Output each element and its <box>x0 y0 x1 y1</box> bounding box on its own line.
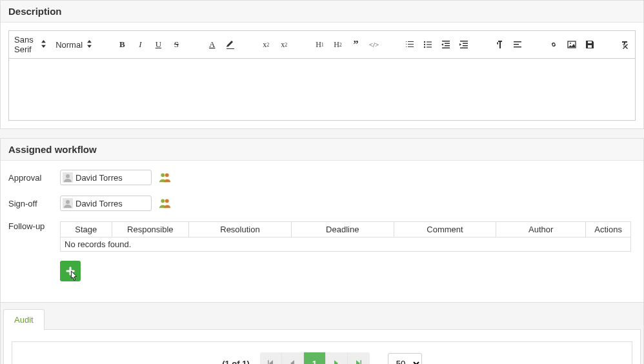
pager-summary: (1 of 1) <box>222 359 250 365</box>
workflow-header: Assigned workflow <box>1 139 643 161</box>
svg-rect-10 <box>460 41 468 42</box>
pager-page-number: 1 <box>312 359 317 365</box>
svg-point-22 <box>165 173 169 177</box>
col-stage: Stage <box>61 222 112 238</box>
underline-button[interactable]: U <box>152 39 164 50</box>
svg-rect-8 <box>445 45 450 46</box>
page-size-select[interactable]: 50 <box>388 353 422 365</box>
font-family-label: Sans Serif <box>14 35 37 54</box>
people-picker-icon[interactable] <box>158 170 172 185</box>
tabs-strip: Audit (1 of 1) 1 <box>0 303 644 364</box>
svg-point-0 <box>424 41 425 43</box>
signoff-assignee-chip[interactable]: David Torres <box>60 196 152 211</box>
col-comment: Comment <box>394 222 496 238</box>
highlight-button[interactable] <box>225 39 236 50</box>
svg-point-25 <box>161 199 165 203</box>
col-deadline: Deadline <box>291 222 394 238</box>
svg-rect-13 <box>460 48 468 49</box>
bold-button[interactable]: B <box>116 39 128 50</box>
signoff-row: Sign-off David Torres <box>8 196 636 211</box>
svg-point-26 <box>165 199 169 203</box>
unordered-list-button[interactable] <box>422 39 434 50</box>
approval-row: Approval David Torres <box>8 170 636 185</box>
pager-last-button[interactable] <box>348 352 370 364</box>
pager-page-current[interactable]: 1 <box>304 352 326 364</box>
no-records-text: No records found. <box>61 238 631 252</box>
indent-button[interactable] <box>458 39 470 50</box>
editor-textarea[interactable] <box>9 59 635 120</box>
h2-button[interactable]: H2 <box>332 39 344 50</box>
description-header: Description <box>1 1 643 23</box>
subscript-button[interactable]: x2 <box>260 39 272 50</box>
svg-rect-5 <box>427 46 432 47</box>
text-direction-button[interactable] <box>494 39 505 50</box>
tab-audit-label: Audit <box>14 315 34 325</box>
editor-toolbar: Sans Serif Normal B I U S <box>9 31 635 59</box>
outdent-button[interactable] <box>440 39 452 50</box>
svg-point-21 <box>161 173 165 177</box>
superscript-button[interactable]: x2 <box>278 39 290 50</box>
workflow-panel: Assigned workflow Approval David Torres … <box>0 138 644 303</box>
codeblock-button[interactable]: </> <box>368 39 380 50</box>
rich-text-editor: Sans Serif Normal B I U S <box>8 30 636 121</box>
text-color-button[interactable]: A <box>206 39 218 50</box>
avatar-icon <box>63 198 73 208</box>
col-actions: Actions <box>586 222 631 238</box>
pager-prev-button[interactable] <box>282 352 304 364</box>
link-button[interactable] <box>548 39 559 50</box>
svg-rect-15 <box>514 44 519 45</box>
avatar-icon <box>63 172 73 183</box>
col-responsible: Responsible <box>112 222 189 238</box>
font-size-label: Normal <box>55 40 83 50</box>
font-family-select[interactable]: Sans Serif <box>14 35 46 54</box>
followup-label: Follow-up <box>8 221 60 231</box>
add-followup-button[interactable] <box>60 261 81 281</box>
svg-point-4 <box>424 46 425 48</box>
chevron-updown-icon <box>41 40 46 49</box>
svg-rect-7 <box>445 43 450 45</box>
svg-point-24 <box>66 200 70 204</box>
align-button[interactable] <box>512 39 523 50</box>
pager: 1 <box>260 352 370 364</box>
svg-rect-11 <box>463 43 468 45</box>
signoff-label: Sign-off <box>8 199 60 208</box>
svg-rect-14 <box>514 41 521 43</box>
pager-next-button[interactable] <box>326 352 348 364</box>
followup-table: Stage Responsible Resolution Deadline Co… <box>60 221 631 252</box>
people-picker-icon[interactable] <box>158 196 172 210</box>
followup-container: Stage Responsible Resolution Deadline Co… <box>60 221 631 281</box>
svg-point-20 <box>66 174 70 178</box>
col-resolution: Resolution <box>189 222 292 238</box>
approval-label: Approval <box>8 173 60 183</box>
table-header-row: Stage Responsible Resolution Deadline Co… <box>61 222 631 238</box>
svg-rect-6 <box>442 41 450 42</box>
svg-point-18 <box>570 43 571 44</box>
description-title: Description <box>8 6 62 17</box>
followup-row: Follow-up Stage Responsible Resolution D… <box>8 221 636 281</box>
svg-rect-3 <box>427 44 432 45</box>
svg-rect-9 <box>442 48 450 49</box>
audit-tab-content: (1 of 1) 1 50 <box>3 329 641 364</box>
h1-button[interactable]: H1 <box>314 39 326 50</box>
approval-assignee-name: David Torres <box>75 173 123 183</box>
image-button[interactable] <box>566 39 578 50</box>
description-body: Sans Serif Normal B I U S <box>1 23 643 128</box>
workflow-body: Approval David Torres Sign-off David Tor… <box>1 161 643 302</box>
col-author: Author <box>496 222 586 238</box>
ordered-list-button[interactable] <box>404 39 416 50</box>
clear-format-button[interactable] <box>619 39 630 50</box>
svg-rect-1 <box>427 41 432 42</box>
signoff-assignee-name: David Torres <box>75 199 123 208</box>
pager-first-button[interactable] <box>260 352 282 364</box>
svg-rect-12 <box>463 45 468 46</box>
save-button[interactable] <box>584 39 596 50</box>
font-size-select[interactable]: Normal <box>55 40 92 50</box>
strike-button[interactable]: S <box>170 39 182 50</box>
chevron-updown-icon <box>86 40 92 49</box>
description-panel: Description Sans Serif Normal <box>0 0 644 129</box>
italic-button[interactable]: I <box>134 39 146 50</box>
blockquote-button[interactable]: ” <box>350 39 362 50</box>
approval-assignee-chip[interactable]: David Torres <box>60 170 152 185</box>
svg-point-2 <box>424 44 425 45</box>
tab-audit[interactable]: Audit <box>3 309 45 330</box>
